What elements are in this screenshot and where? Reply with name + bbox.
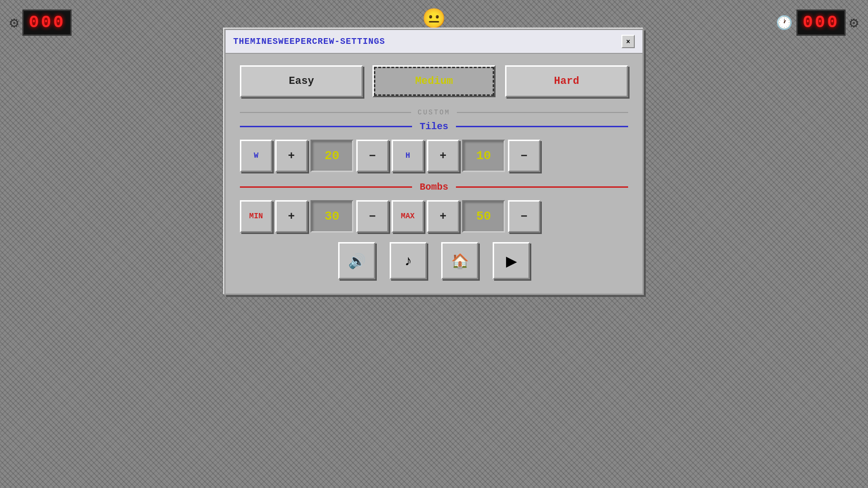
min-plus-button[interactable]: +	[275, 200, 308, 233]
top-left-display: ⚙ 000	[10, 10, 72, 36]
face-button[interactable]: 😐	[422, 7, 446, 30]
width-value-display: 20	[310, 140, 353, 172]
tiles-line-right	[456, 126, 628, 127]
dialog-title: THEMINESWEEPERCREW-SETTINGS	[233, 37, 385, 46]
custom-line-left	[240, 112, 411, 113]
bombs-section-header: Bombs	[240, 182, 628, 193]
dialog-body: Easy Medium Hard CUSTOM Tiles W + 20 − H…	[226, 54, 642, 294]
medium-button[interactable]: Medium	[372, 65, 496, 97]
top-right-display: 🕐 000 ⚙	[776, 10, 858, 36]
bombs-line-left	[240, 186, 412, 188]
home-button[interactable]: 🏠	[441, 242, 478, 279]
tiles-section-title: Tiles	[412, 121, 456, 132]
height-minus-button[interactable]: −	[508, 140, 540, 172]
custom-label-row: CUSTOM	[240, 109, 628, 116]
left-digit-display: 000	[22, 10, 72, 36]
sound-button[interactable]: 🔊	[338, 242, 375, 279]
settings-dialog: THEMINESWEEPERCREW-SETTINGS × Easy Mediu…	[224, 29, 644, 295]
height-value-display: 10	[462, 140, 505, 172]
width-plus-button[interactable]: +	[275, 140, 308, 172]
bombs-section-title: Bombs	[412, 182, 456, 193]
max-label-button[interactable]: MAX	[392, 200, 424, 233]
max-minus-button[interactable]: −	[508, 200, 540, 233]
play-button[interactable]: ▶	[493, 242, 530, 279]
tiles-line-left	[240, 126, 412, 127]
bombs-controls-row: MIN + 30 − MAX + 50 −	[240, 200, 628, 233]
max-value-display: 50	[462, 200, 505, 233]
gear-icon-right[interactable]: ⚙	[849, 13, 858, 32]
clock-icon: 🕐	[776, 15, 793, 31]
right-digit-display: 000	[796, 10, 846, 36]
custom-label: CUSTOM	[411, 109, 457, 116]
gear-icon-left[interactable]: ⚙	[10, 13, 19, 32]
hard-button[interactable]: Hard	[505, 65, 628, 97]
bottom-icon-row: 🔊 ♪ 🏠 ▶	[240, 242, 628, 279]
min-label-button[interactable]: MIN	[240, 200, 272, 233]
custom-line-right	[457, 112, 628, 113]
height-plus-button[interactable]: +	[427, 140, 459, 172]
tiles-controls-row: W + 20 − H + 10 −	[240, 140, 628, 172]
bombs-line-right	[456, 186, 628, 188]
height-label-button[interactable]: H	[392, 140, 424, 172]
max-plus-button[interactable]: +	[427, 200, 459, 233]
width-label-button[interactable]: W	[240, 140, 272, 172]
difficulty-row: Easy Medium Hard	[240, 65, 628, 97]
easy-button[interactable]: Easy	[240, 65, 363, 97]
min-minus-button[interactable]: −	[356, 200, 389, 233]
tiles-section-header: Tiles	[240, 121, 628, 132]
min-value-display: 30	[310, 200, 353, 233]
dialog-titlebar: THEMINESWEEPERCREW-SETTINGS ×	[226, 30, 642, 54]
dialog-close-button[interactable]: ×	[621, 35, 635, 48]
music-button[interactable]: ♪	[390, 242, 427, 279]
width-minus-button[interactable]: −	[356, 140, 389, 172]
